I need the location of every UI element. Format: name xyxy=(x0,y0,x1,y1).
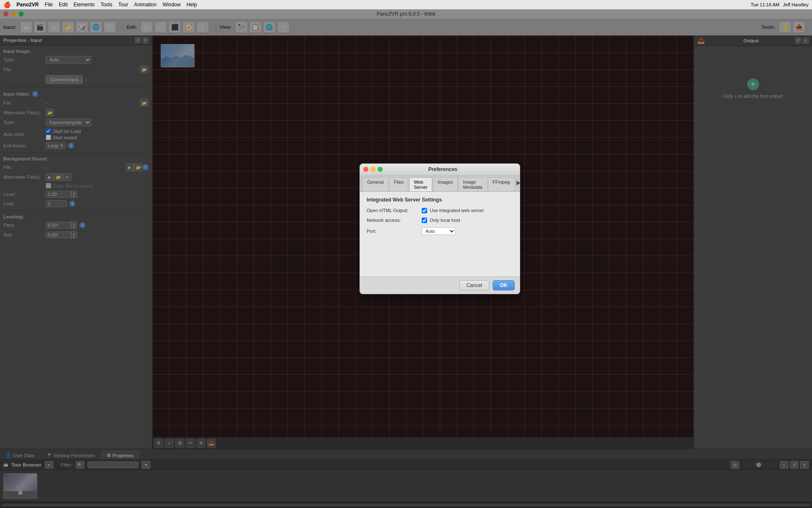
bottom-scrollbar[interactable] xyxy=(0,502,812,508)
roll-up-btn[interactable]: ▲ xyxy=(71,231,77,235)
filter-input[interactable] xyxy=(88,461,138,468)
level-down-btn[interactable]: ▼ xyxy=(71,194,77,198)
tools-star-btn[interactable]: ⭐ xyxy=(779,21,791,33)
tab-user-data[interactable]: 👤 User Data xyxy=(0,451,40,459)
tour-view-grid-btn[interactable]: ⊞ xyxy=(731,461,739,469)
type-select[interactable]: Auto Equirectangular Cube xyxy=(46,56,91,64)
tools-output-btn[interactable]: 📤 xyxy=(793,21,805,33)
roll-input[interactable] xyxy=(46,232,71,238)
use-integrated-checkbox[interactable] xyxy=(422,208,427,213)
roll-down-btn[interactable]: ▼ xyxy=(71,235,77,239)
filter-clear-btn[interactable]: ▼ xyxy=(142,461,150,469)
tour-thumbnail-1[interactable] xyxy=(3,473,37,499)
sound-alt-remove-btn[interactable]: ✕ xyxy=(63,173,71,181)
edit-nadir-btn[interactable]: ⬇ xyxy=(196,21,209,33)
level-input[interactable] xyxy=(46,191,71,198)
view-binoculars-btn[interactable]: 🔭 xyxy=(235,21,248,33)
right-panel-close-btn[interactable]: ✕ xyxy=(803,38,809,44)
tab-ffmpeg[interactable]: FFmpeg xyxy=(488,177,515,191)
pitch-stepper[interactable]: ▲ ▼ xyxy=(46,221,77,229)
panel-refresh-btn[interactable]: ↺ xyxy=(135,37,141,43)
view-list-btn[interactable]: 📋 xyxy=(249,21,262,33)
level-up-btn[interactable]: ▲ xyxy=(71,190,77,194)
menu-animation[interactable]: Animation xyxy=(134,2,156,8)
app-name[interactable]: Pano2VR xyxy=(16,2,39,8)
tab-properties[interactable]: ⊞ Properties xyxy=(102,451,139,459)
copy-files-checkbox[interactable] xyxy=(46,183,51,188)
tour-view-list-btn[interactable]: ≡ xyxy=(780,461,788,469)
loop-input[interactable] xyxy=(46,200,67,207)
view-3d-btn[interactable]: 🌐 xyxy=(263,21,276,33)
menu-tour[interactable]: Tour xyxy=(118,2,128,8)
input-panorama-btn[interactable]: 🏔 xyxy=(20,21,33,33)
canvas-filter-btn[interactable]: ⊛ xyxy=(196,439,206,448)
only-local-host-checkbox[interactable] xyxy=(422,218,427,223)
tab-image-metadata[interactable]: Image Metadata xyxy=(458,177,487,191)
close-button[interactable] xyxy=(3,11,8,17)
panel-close-btn[interactable]: ✕ xyxy=(143,37,148,43)
pitch-input[interactable] xyxy=(46,222,71,229)
add-output-btn[interactable]: + xyxy=(747,78,759,90)
roll-stepper[interactable]: ▲ ▼ xyxy=(46,231,77,239)
sound-alt-browse-btn[interactable]: 📂 xyxy=(54,173,63,181)
video-file-browse-btn[interactable]: 📂 xyxy=(140,99,148,107)
tab-files[interactable]: Files xyxy=(389,177,408,191)
input-globe-btn[interactable]: 🌐 xyxy=(90,21,102,33)
canvas-export-btn[interactable]: 📤 xyxy=(207,439,216,448)
scrollbar-track[interactable] xyxy=(2,504,810,506)
sound-browse-btn[interactable]: 📂 xyxy=(134,163,143,171)
video-type-select[interactable]: Equirectangular Cube xyxy=(46,119,91,126)
cancel-button[interactable]: Cancel xyxy=(459,280,489,290)
tab-images[interactable]: Images xyxy=(433,177,458,191)
canvas-settings-btn[interactable]: ⚙ xyxy=(154,439,163,448)
tour-browser-close-btn[interactable]: ✕ xyxy=(800,461,809,469)
loop-info-btn[interactable]: i xyxy=(69,201,75,207)
tab-general[interactable]: General xyxy=(362,177,388,191)
video-alt-browse-btn[interactable]: 📂 xyxy=(46,109,54,116)
tab-more-btn[interactable]: ▶ xyxy=(516,177,520,188)
tab-web-server[interactable]: Web Server xyxy=(409,177,432,191)
minimize-button[interactable] xyxy=(11,11,16,17)
menu-window[interactable]: Window xyxy=(162,2,181,8)
ok-button[interactable]: OK xyxy=(493,280,515,290)
end-action-info-btn[interactable]: i xyxy=(68,143,74,149)
canvas-undo-btn[interactable]: ↩ xyxy=(186,439,195,448)
convert-input-btn[interactable]: Convert Input xyxy=(46,75,83,84)
tour-browser-options-btn[interactable]: ▾ xyxy=(45,461,53,469)
right-panel-refresh-btn[interactable]: ↺ xyxy=(795,38,801,44)
edit-north-btn[interactable]: 🧭 xyxy=(182,21,195,33)
input-multi-btn[interactable]: ⊞ xyxy=(48,21,60,33)
pitch-up-btn[interactable]: ▲ xyxy=(71,221,77,225)
edit-hotspots-btn[interactable]: ⊕ xyxy=(140,21,153,33)
canvas-add-btn[interactable]: + xyxy=(165,439,174,448)
input-video-info-btn[interactable]: i xyxy=(32,91,38,97)
port-select[interactable]: Auto 8080 8888 xyxy=(422,227,455,235)
menu-edit[interactable]: Edit xyxy=(59,2,68,8)
view-map-btn[interactable]: 👁 xyxy=(277,21,290,33)
menu-elements[interactable]: Elements xyxy=(74,2,95,8)
start-on-load-checkbox[interactable] xyxy=(46,128,51,134)
menu-help[interactable]: Help xyxy=(187,2,197,8)
apple-menu[interactable]: 🍎 xyxy=(3,1,11,8)
filter-icon-btn[interactable]: 🔍 xyxy=(76,461,84,469)
dialog-close-btn[interactable] xyxy=(363,167,368,172)
start-muted-checkbox[interactable] xyxy=(46,135,51,140)
tab-viewing-parameters[interactable]: 🔭 Viewing Parameters xyxy=(41,451,101,459)
sound-info-btn[interactable]: i xyxy=(143,164,148,170)
dialog-maximize-btn[interactable] xyxy=(378,167,383,172)
sound-alt-play-btn[interactable]: ▶ xyxy=(46,173,54,181)
zoom-slider[interactable] xyxy=(743,463,776,467)
tour-browser-refresh-btn[interactable]: ↺ xyxy=(790,461,798,469)
end-action-select[interactable]: Loop ▼ xyxy=(46,142,66,149)
maximize-button[interactable] xyxy=(19,11,24,17)
edit-patch-btn[interactable]: ⬛ xyxy=(168,21,181,33)
pitch-down-btn[interactable]: ▼ xyxy=(71,225,77,229)
input-film-btn[interactable]: 🎞 xyxy=(104,21,116,33)
canvas-grid-btn[interactable]: ⊞ xyxy=(175,439,184,448)
input-folder-btn[interactable]: 📁 xyxy=(62,21,74,33)
input-video-btn[interactable]: 🎬 xyxy=(34,21,47,33)
menu-tools[interactable]: Tools xyxy=(101,2,112,8)
pitch-info-btn[interactable]: i xyxy=(80,222,85,228)
level-stepper[interactable]: ▲ ▼ xyxy=(46,190,77,198)
input-cube-btn[interactable]: 🎲 xyxy=(76,21,88,33)
